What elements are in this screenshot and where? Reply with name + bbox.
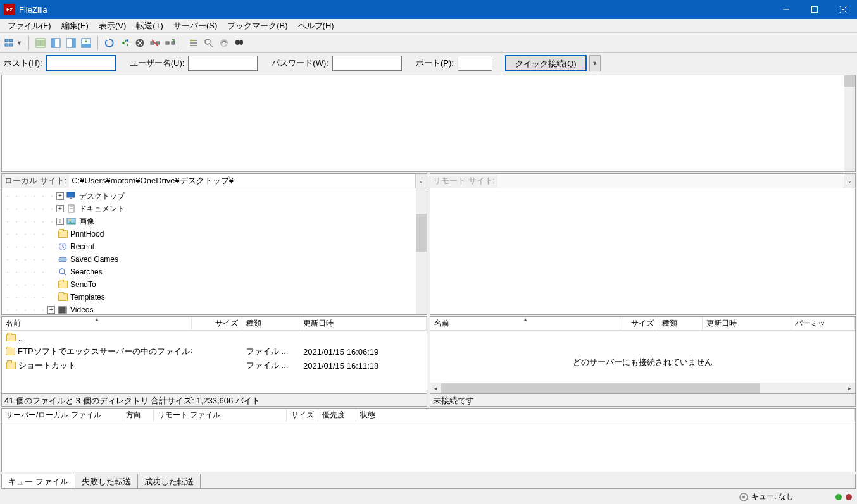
- user-input[interactable]: [188, 56, 258, 71]
- local-path-input[interactable]: [69, 174, 415, 188]
- qcol-status[interactable]: 状態: [356, 409, 855, 422]
- col-date[interactable]: 更新日時: [299, 317, 427, 330]
- folder-icon: [58, 280, 68, 289]
- remote-file-grid[interactable]: 名前▴ サイズ 種類 更新日時 パーミッ どのサーバーにも接続されていません ◂…: [430, 316, 856, 394]
- file-row[interactable]: ショートカットファイル ...2021/01/15 16:11:18: [2, 359, 427, 372]
- folder-icon: [6, 347, 15, 356]
- host-input[interactable]: [46, 56, 116, 71]
- tree-item[interactable]: ·····Searches: [3, 266, 425, 278]
- menu-bar: ファイル(F) 編集(E) 表示(V) 転送(T) サーバー(S) ブックマーク…: [0, 19, 857, 33]
- rcol-name[interactable]: 名前▴: [430, 317, 620, 330]
- menu-transfer[interactable]: 転送(T): [131, 19, 168, 33]
- sync-browse-icon[interactable]: [217, 36, 231, 50]
- local-path-dropdown[interactable]: ⌄: [415, 174, 427, 188]
- pass-label: パスワード(W):: [270, 58, 330, 69]
- document-icon: [66, 204, 77, 213]
- reconnect-icon[interactable]: [163, 36, 177, 50]
- svg-rect-49: [58, 307, 59, 313]
- remote-empty-message: どのサーバーにも接続されていません: [430, 357, 855, 368]
- expander-icon[interactable]: +: [47, 306, 55, 314]
- transfer-queue[interactable]: サーバー/ローカル ファイル 方向 リモート ファイル サイズ 優先度 状態: [1, 408, 856, 472]
- toggle-remotetree-icon[interactable]: [64, 36, 78, 50]
- tree-item[interactable]: ······+デスクトップ: [3, 190, 425, 202]
- port-input[interactable]: [458, 56, 492, 71]
- menu-bookmarks[interactable]: ブックマーク(B): [222, 19, 292, 33]
- folder-icon: [6, 333, 16, 342]
- close-button[interactable]: [829, 0, 857, 19]
- tree-item[interactable]: ·····+Videos: [3, 304, 425, 315]
- tab-success[interactable]: 成功した転送: [138, 474, 201, 488]
- local-file-grid[interactable]: 名前▴ サイズ 種類 更新日時 ..FTPソフトでエックスサーバーの中のファイル…: [1, 316, 427, 394]
- activity-led-1: [835, 494, 842, 500]
- tree-item[interactable]: ······+画像: [3, 215, 425, 228]
- remote-tree[interactable]: [430, 188, 856, 315]
- qcol-direction[interactable]: 方向: [122, 409, 154, 422]
- compare-icon[interactable]: [202, 36, 216, 50]
- tree-label: 画像: [79, 216, 94, 227]
- rcol-size[interactable]: サイズ: [620, 317, 658, 330]
- log-scrollbar[interactable]: [844, 75, 855, 171]
- menu-server[interactable]: サーバー(S): [168, 19, 222, 33]
- sitemanager-icon[interactable]: [3, 36, 17, 50]
- pass-input[interactable]: [332, 56, 402, 71]
- svg-point-18: [126, 39, 128, 42]
- maximize-button[interactable]: [800, 0, 829, 19]
- tree-label: Searches: [70, 267, 103, 276]
- col-name[interactable]: 名前▴: [2, 317, 192, 330]
- tree-item[interactable]: ·····SendTo: [3, 278, 425, 291]
- search-remote-icon[interactable]: [232, 36, 246, 50]
- svg-rect-36: [239, 42, 240, 43]
- activity-led-2: [846, 494, 852, 500]
- file-row[interactable]: ..: [2, 331, 427, 345]
- menu-edit[interactable]: 編集(E): [56, 19, 94, 33]
- svg-rect-37: [67, 192, 75, 197]
- menu-file[interactable]: ファイル(F): [3, 19, 56, 33]
- filter-icon[interactable]: [187, 36, 201, 50]
- disconnect-icon[interactable]: [148, 36, 162, 50]
- tree-item[interactable]: ······+ドキュメント: [3, 202, 425, 215]
- refresh-icon[interactable]: [103, 36, 116, 50]
- rcol-date[interactable]: 更新日時: [703, 317, 791, 330]
- quickconnect-dropdown[interactable]: ▼: [589, 55, 601, 71]
- tree-label: ドキュメント: [79, 204, 125, 214]
- svg-point-52: [742, 496, 745, 498]
- cancel-icon[interactable]: [133, 36, 147, 50]
- tab-failed[interactable]: 失敗した転送: [75, 474, 138, 488]
- local-tree-scrollbar[interactable]: [416, 188, 427, 314]
- expander-icon[interactable]: +: [56, 192, 64, 200]
- qcol-remote[interactable]: リモート ファイル: [154, 409, 287, 422]
- tree-item[interactable]: ·····Recent: [3, 240, 425, 253]
- process-queue-icon[interactable]: [118, 36, 132, 50]
- tree-item[interactable]: ·····Templates: [3, 291, 425, 304]
- tree-item[interactable]: ·····PrintHood: [3, 228, 425, 240]
- file-row[interactable]: FTPソフトでエックスサーバーの中のファイルを...ファイル ...2021/0…: [2, 345, 427, 359]
- rcol-type[interactable]: 種類: [658, 317, 703, 330]
- qcol-priority[interactable]: 優先度: [318, 409, 356, 422]
- sitemanager-dropdown[interactable]: ▼: [16, 40, 22, 46]
- remote-hscrollbar[interactable]: ◂▸: [430, 383, 855, 393]
- search-icon: [58, 267, 68, 276]
- remote-path-input[interactable]: [497, 174, 844, 188]
- tab-queued[interactable]: キュー ファイル: [2, 474, 75, 488]
- remote-path-dropdown[interactable]: ⌄: [844, 174, 855, 188]
- minimize-button[interactable]: [772, 0, 800, 19]
- toggle-localtree-icon[interactable]: [49, 36, 63, 50]
- menu-help[interactable]: ヘルプ(H): [293, 19, 339, 33]
- svg-rect-5: [9, 39, 13, 42]
- rcol-perm[interactable]: パーミッ: [791, 317, 855, 330]
- col-size[interactable]: サイズ: [192, 317, 242, 330]
- tree-item[interactable]: ·····Saved Games: [3, 253, 425, 266]
- col-type[interactable]: 種類: [242, 317, 299, 330]
- svg-rect-17: [82, 44, 91, 47]
- menu-view[interactable]: 表示(V): [94, 19, 131, 33]
- toggle-log-icon[interactable]: [34, 36, 47, 50]
- expander-icon[interactable]: +: [56, 205, 64, 212]
- tree-label: Videos: [70, 305, 93, 314]
- qcol-size[interactable]: サイズ: [287, 409, 318, 422]
- toggle-queue-icon[interactable]: [79, 36, 93, 50]
- local-tree[interactable]: ······+デスクトップ······+ドキュメント······+画像·····…: [1, 188, 427, 315]
- message-log[interactable]: [1, 75, 856, 172]
- quickconnect-button[interactable]: クイック接続(Q): [505, 55, 587, 71]
- expander-icon[interactable]: +: [56, 218, 64, 225]
- qcol-serverlocal[interactable]: サーバー/ローカル ファイル: [2, 409, 122, 422]
